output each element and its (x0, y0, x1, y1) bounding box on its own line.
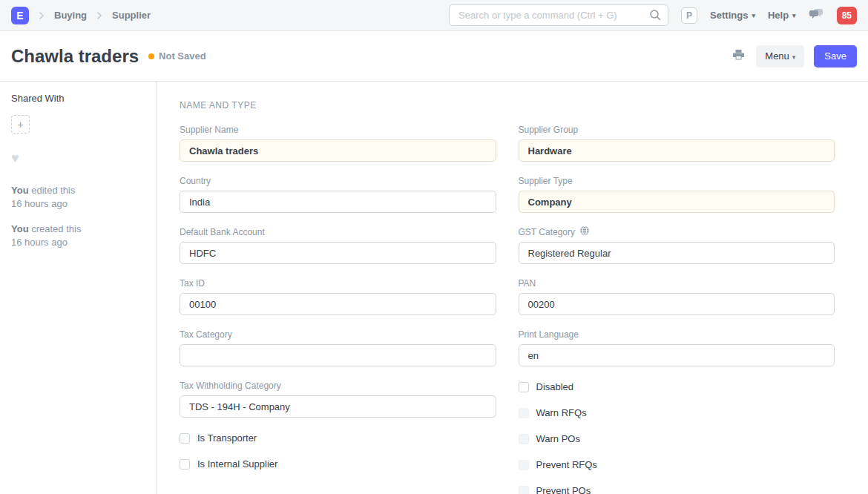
field-tax-id: Tax ID (180, 277, 496, 315)
field-country: Country (180, 175, 496, 213)
checkbox-warn-pos: Warn POs (519, 432, 835, 446)
warn-rfqs-checkbox (519, 408, 529, 418)
warn-pos-checkbox (519, 434, 529, 444)
like-heart-icon[interactable]: ♥ (11, 151, 145, 166)
tax-id-input[interactable] (180, 293, 496, 315)
pan-label: PAN (519, 277, 835, 289)
field-supplier-name: Supplier Name (180, 124, 496, 162)
global-search (449, 4, 668, 26)
notification-count-badge[interactable]: 85 (837, 7, 857, 24)
warn-rfqs-label: Warn RFQs (536, 407, 587, 418)
form-sidebar: Shared With + ♥ You edited this 16 hours… (0, 82, 157, 494)
is-internal-supplier-checkbox[interactable] (180, 459, 190, 470)
activity-action: edited this (31, 185, 75, 196)
activity-when: 16 hours ago (11, 198, 68, 209)
menu-button[interactable]: Menu▾ (756, 45, 804, 67)
settings-menu[interactable]: Settings ▾ (710, 10, 755, 21)
is-internal-supplier-label: Is Internal Supplier (197, 458, 277, 470)
prevent-rfqs-checkbox (519, 460, 529, 470)
save-status-label: Not Saved (159, 50, 206, 62)
disabled-label: Disabled (536, 381, 574, 392)
gst-category-label: GST Category (519, 226, 835, 237)
globe-icon (579, 225, 590, 238)
chevron-down-icon: ▾ (792, 12, 796, 19)
chevron-down-icon: ▾ (752, 12, 755, 19)
search-icon[interactable] (648, 8, 662, 24)
navbar: E Buying Supplier P Settings ▾ Help ▾ (0, 0, 868, 31)
field-tax-category: Tax Category (180, 329, 496, 366)
checkbox-prevent-rfqs: Prevent RFQs (519, 458, 835, 472)
prevent-pos-checkbox (519, 486, 529, 494)
help-menu[interactable]: Help ▾ (768, 10, 796, 21)
supplier-group-input[interactable] (519, 139, 835, 162)
prevent-rfqs-label: Prevent RFQs (536, 459, 597, 470)
country-label: Country (180, 175, 496, 186)
supplier-name-input[interactable] (180, 139, 496, 162)
tax-withholding-category-input[interactable] (180, 395, 496, 418)
is-transporter-label: Is Transporter (197, 432, 257, 444)
checkbox-warn-rfqs: Warn RFQs (519, 406, 835, 420)
chevron-down-icon: ▾ (792, 53, 796, 61)
printer-icon (732, 49, 745, 61)
save-button[interactable]: Save (814, 45, 857, 67)
field-supplier-group: Supplier Group (519, 124, 835, 162)
page-title: Chawla traders (11, 46, 139, 67)
page-head: Chawla traders Not Saved Menu▾ Save (0, 31, 868, 82)
print-language-input[interactable] (519, 344, 835, 366)
orange-dot-icon (148, 53, 154, 59)
field-supplier-type: Supplier Type (519, 175, 835, 213)
activity-created: You created this 16 hours ago (11, 223, 145, 248)
checkbox-is-transporter: Is Transporter (180, 431, 496, 445)
form-body: NAME AND TYPE Supplier Name Country Defa… (157, 82, 868, 494)
search-input[interactable] (449, 4, 668, 26)
checkbox-prevent-pos: Prevent POs (519, 484, 835, 494)
checkbox-is-internal-supplier: Is Internal Supplier (180, 457, 496, 471)
activity-actor: You (11, 185, 29, 196)
tax-category-label: Tax Category (180, 329, 496, 340)
activity-edited: You edited this 16 hours ago (11, 184, 145, 210)
default-bank-account-input[interactable] (180, 242, 496, 264)
save-status-indicator: Not Saved (148, 50, 206, 62)
supplier-name-label: Supplier Name (180, 124, 496, 135)
field-print-language: Print Language (519, 329, 835, 366)
help-label: Help (768, 10, 789, 21)
tax-withholding-category-label: Tax Withholding Category (180, 380, 496, 391)
app-logo-icon[interactable]: E (11, 7, 29, 24)
disabled-checkbox[interactable] (519, 382, 529, 392)
prevent-pos-label: Prevent POs (536, 485, 591, 494)
checkbox-disabled: Disabled (519, 380, 835, 394)
activity-when: 16 hours ago (11, 237, 68, 248)
tax-id-label: Tax ID (180, 277, 496, 289)
is-transporter-checkbox[interactable] (180, 433, 190, 444)
tax-category-input[interactable] (180, 344, 496, 366)
field-pan: PAN (519, 277, 835, 315)
form-column-left: Supplier Name Country Default Bank Accou… (180, 124, 496, 494)
country-input[interactable] (180, 191, 496, 213)
chevron-right-icon (93, 10, 105, 22)
field-tax-withholding-category: Tax Withholding Category (180, 380, 496, 418)
activity-actor: You (11, 223, 29, 234)
field-gst-category: GST Category (519, 226, 835, 264)
settings-label: Settings (710, 10, 748, 21)
user-avatar[interactable]: P (681, 7, 697, 24)
add-share-button[interactable]: + (11, 115, 30, 134)
print-button[interactable] (731, 47, 746, 65)
field-default-bank-account: Default Bank Account (180, 226, 496, 264)
menu-button-label: Menu (765, 50, 789, 62)
breadcrumb-supplier[interactable]: Supplier (112, 10, 151, 21)
default-bank-account-label: Default Bank Account (180, 226, 496, 237)
gst-category-label-text: GST Category (519, 227, 575, 237)
supplier-type-input[interactable] (519, 191, 835, 213)
activity-action: created this (31, 223, 81, 234)
supplier-group-label: Supplier Group (519, 124, 835, 135)
pan-input[interactable] (519, 293, 835, 315)
print-language-label: Print Language (519, 329, 835, 340)
section-name-and-type: NAME AND TYPE (180, 100, 835, 111)
breadcrumb-buying[interactable]: Buying (54, 10, 87, 21)
chevron-right-icon (36, 10, 47, 22)
shared-with-label: Shared With (11, 93, 145, 104)
gst-category-input[interactable] (519, 242, 835, 264)
supplier-type-label: Supplier Type (519, 175, 835, 186)
chat-icon[interactable] (809, 7, 824, 24)
form-column-right: Supplier Group Supplier Type GST Categor… (519, 124, 835, 494)
